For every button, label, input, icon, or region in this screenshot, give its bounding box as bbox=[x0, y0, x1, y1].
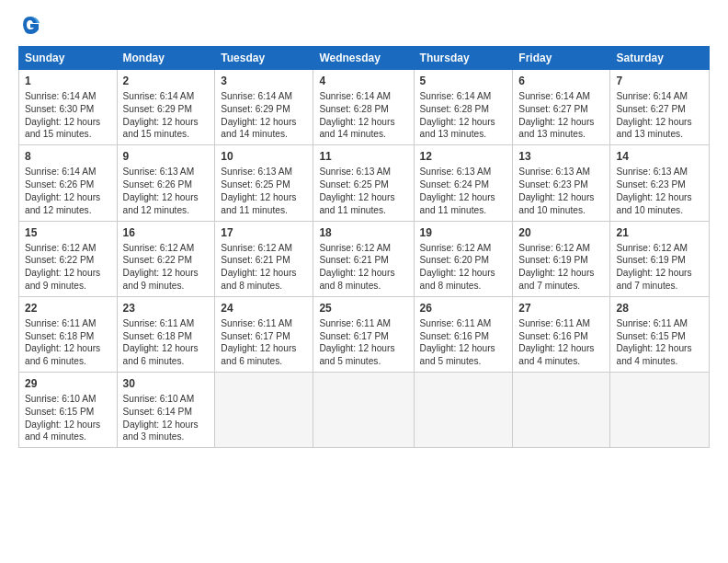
day-info: Sunset: 6:25 PM bbox=[319, 178, 407, 191]
day-number: 1 bbox=[25, 74, 111, 88]
day-number: 28 bbox=[616, 301, 703, 316]
day-info: Sunset: 6:17 PM bbox=[319, 330, 407, 343]
day-info: Sunrise: 6:11 AM bbox=[518, 317, 604, 330]
day-info: Sunrise: 6:11 AM bbox=[420, 317, 507, 330]
day-info: Daylight: 12 hours bbox=[25, 342, 111, 355]
day-info: Sunset: 6:16 PM bbox=[420, 330, 507, 343]
day-info: and 13 minutes. bbox=[518, 128, 604, 141]
day-info: and 5 minutes. bbox=[420, 355, 507, 368]
day-info: Daylight: 12 hours bbox=[319, 116, 407, 129]
day-info: Sunset: 6:19 PM bbox=[518, 254, 604, 267]
day-info: Sunset: 6:22 PM bbox=[123, 254, 210, 267]
day-info: Daylight: 12 hours bbox=[420, 116, 507, 129]
day-number: 12 bbox=[420, 149, 507, 164]
day-info: Sunset: 6:27 PM bbox=[518, 103, 604, 116]
calendar-week-5: 29Sunrise: 6:10 AMSunset: 6:15 PMDayligh… bbox=[19, 373, 710, 448]
day-info: Sunset: 6:20 PM bbox=[420, 254, 507, 267]
day-info: Sunrise: 6:11 AM bbox=[616, 317, 703, 330]
day-info: Sunset: 6:22 PM bbox=[25, 254, 111, 267]
calendar-cell: 17Sunrise: 6:12 AMSunset: 6:21 PMDayligh… bbox=[215, 221, 313, 296]
day-number: 25 bbox=[319, 301, 407, 316]
day-info: Sunset: 6:28 PM bbox=[420, 103, 507, 116]
day-number: 7 bbox=[616, 74, 703, 88]
day-info: Sunrise: 6:14 AM bbox=[221, 90, 307, 103]
day-info: Daylight: 12 hours bbox=[25, 267, 111, 280]
day-info: Sunrise: 6:12 AM bbox=[221, 242, 307, 255]
day-number: 19 bbox=[420, 225, 507, 240]
day-info: Daylight: 12 hours bbox=[518, 191, 604, 204]
calendar-header-row: SundayMondayTuesdayWednesdayThursdayFrid… bbox=[19, 47, 710, 70]
day-info: Sunrise: 6:11 AM bbox=[123, 317, 210, 330]
calendar-cell: 12Sunrise: 6:13 AMSunset: 6:24 PMDayligh… bbox=[414, 145, 513, 221]
day-info: and 7 minutes. bbox=[616, 280, 703, 293]
calendar-header-friday: Friday bbox=[513, 47, 610, 70]
day-info: Sunrise: 6:13 AM bbox=[420, 166, 507, 178]
day-info: Sunset: 6:18 PM bbox=[25, 330, 111, 343]
day-info: Sunrise: 6:14 AM bbox=[616, 90, 703, 103]
calendar-header-saturday: Saturday bbox=[610, 47, 710, 70]
day-info: Daylight: 12 hours bbox=[518, 116, 604, 129]
calendar-cell: 1Sunrise: 6:14 AMSunset: 6:30 PMDaylight… bbox=[19, 70, 118, 145]
day-info: Sunset: 6:25 PM bbox=[221, 178, 307, 191]
day-info: Sunset: 6:30 PM bbox=[25, 103, 111, 116]
day-number: 4 bbox=[319, 74, 407, 88]
day-info: Sunset: 6:27 PM bbox=[616, 103, 703, 116]
day-number: 10 bbox=[221, 149, 307, 164]
day-info: Sunrise: 6:13 AM bbox=[518, 166, 604, 178]
calendar-cell: 27Sunrise: 6:11 AMSunset: 6:16 PMDayligh… bbox=[513, 296, 610, 372]
day-info: Sunrise: 6:11 AM bbox=[221, 317, 307, 330]
calendar-cell: 15Sunrise: 6:12 AMSunset: 6:22 PMDayligh… bbox=[19, 221, 118, 296]
day-number: 24 bbox=[221, 301, 307, 316]
logo bbox=[18, 15, 42, 35]
calendar-cell: 8Sunrise: 6:14 AMSunset: 6:26 PMDaylight… bbox=[19, 145, 118, 221]
day-info: Sunset: 6:21 PM bbox=[319, 254, 407, 267]
day-info: Daylight: 12 hours bbox=[319, 267, 407, 280]
day-number: 22 bbox=[25, 301, 111, 316]
day-number: 21 bbox=[616, 225, 703, 240]
calendar-cell: 20Sunrise: 6:12 AMSunset: 6:19 PMDayligh… bbox=[513, 221, 610, 296]
day-info: and 4 minutes. bbox=[616, 355, 703, 368]
day-info: and 11 minutes. bbox=[221, 204, 307, 217]
day-info: Daylight: 12 hours bbox=[616, 191, 703, 204]
calendar-cell bbox=[414, 373, 513, 448]
day-info: Sunrise: 6:14 AM bbox=[420, 90, 507, 103]
day-info: and 12 minutes. bbox=[123, 204, 210, 217]
calendar-cell: 9Sunrise: 6:13 AMSunset: 6:26 PMDaylight… bbox=[117, 145, 215, 221]
day-number: 2 bbox=[123, 74, 210, 88]
day-info: and 15 minutes. bbox=[25, 128, 111, 141]
day-number: 26 bbox=[420, 301, 507, 316]
day-number: 3 bbox=[221, 74, 307, 88]
day-info: Daylight: 12 hours bbox=[616, 116, 703, 129]
day-info: and 11 minutes. bbox=[420, 204, 507, 217]
calendar-cell: 22Sunrise: 6:11 AMSunset: 6:18 PMDayligh… bbox=[19, 296, 118, 372]
day-info: Sunset: 6:14 PM bbox=[123, 406, 210, 419]
calendar-cell: 19Sunrise: 6:12 AMSunset: 6:20 PMDayligh… bbox=[414, 221, 513, 296]
day-info: Daylight: 12 hours bbox=[221, 342, 307, 355]
calendar-cell bbox=[610, 373, 710, 448]
day-info: Sunset: 6:29 PM bbox=[221, 103, 307, 116]
calendar-cell: 28Sunrise: 6:11 AMSunset: 6:15 PMDayligh… bbox=[610, 296, 710, 372]
calendar-cell: 10Sunrise: 6:13 AMSunset: 6:25 PMDayligh… bbox=[215, 145, 313, 221]
calendar-cell: 5Sunrise: 6:14 AMSunset: 6:28 PMDaylight… bbox=[414, 70, 513, 145]
day-info: and 8 minutes. bbox=[221, 280, 307, 293]
day-info: Sunset: 6:24 PM bbox=[420, 178, 507, 191]
day-info: Daylight: 12 hours bbox=[616, 267, 703, 280]
calendar-cell: 3Sunrise: 6:14 AMSunset: 6:29 PMDaylight… bbox=[215, 70, 313, 145]
day-info: Sunrise: 6:12 AM bbox=[319, 242, 407, 255]
day-info: Sunset: 6:15 PM bbox=[616, 330, 703, 343]
calendar-header-tuesday: Tuesday bbox=[215, 47, 313, 70]
day-info: Sunrise: 6:14 AM bbox=[25, 90, 111, 103]
calendar-cell bbox=[313, 373, 414, 448]
day-info: Sunset: 6:17 PM bbox=[221, 330, 307, 343]
day-info: Sunrise: 6:14 AM bbox=[123, 90, 210, 103]
calendar-cell: 21Sunrise: 6:12 AMSunset: 6:19 PMDayligh… bbox=[610, 221, 710, 296]
calendar-cell: 25Sunrise: 6:11 AMSunset: 6:17 PMDayligh… bbox=[313, 296, 414, 372]
day-info: Daylight: 12 hours bbox=[420, 342, 507, 355]
calendar-week-3: 15Sunrise: 6:12 AMSunset: 6:22 PMDayligh… bbox=[19, 221, 710, 296]
day-info: and 13 minutes. bbox=[420, 128, 507, 141]
day-info: and 5 minutes. bbox=[319, 355, 407, 368]
calendar-cell: 23Sunrise: 6:11 AMSunset: 6:18 PMDayligh… bbox=[117, 296, 215, 372]
calendar-cell bbox=[215, 373, 313, 448]
calendar-cell: 11Sunrise: 6:13 AMSunset: 6:25 PMDayligh… bbox=[313, 145, 414, 221]
calendar-week-4: 22Sunrise: 6:11 AMSunset: 6:18 PMDayligh… bbox=[19, 296, 710, 372]
